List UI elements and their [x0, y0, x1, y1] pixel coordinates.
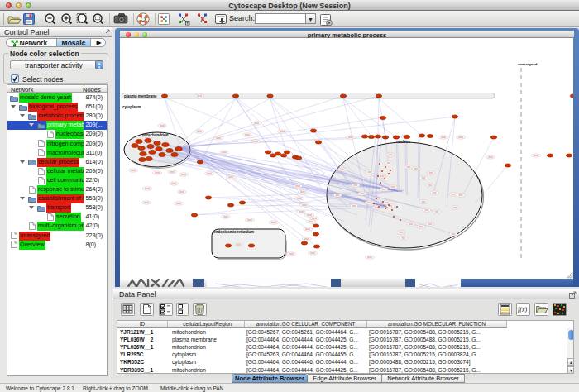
svg-text:f(x): f(x): [518, 306, 527, 313]
svg-text:plasma membrane: plasma membrane: [124, 94, 157, 98]
svg-text:unassigned: unassigned: [518, 62, 538, 66]
svg-text:nucleus: nucleus: [396, 140, 411, 144]
svg-text:cytoplasm: cytoplasm: [122, 105, 141, 109]
svg-text:endoplasmic reticulum: endoplasmic reticulum: [213, 230, 254, 234]
